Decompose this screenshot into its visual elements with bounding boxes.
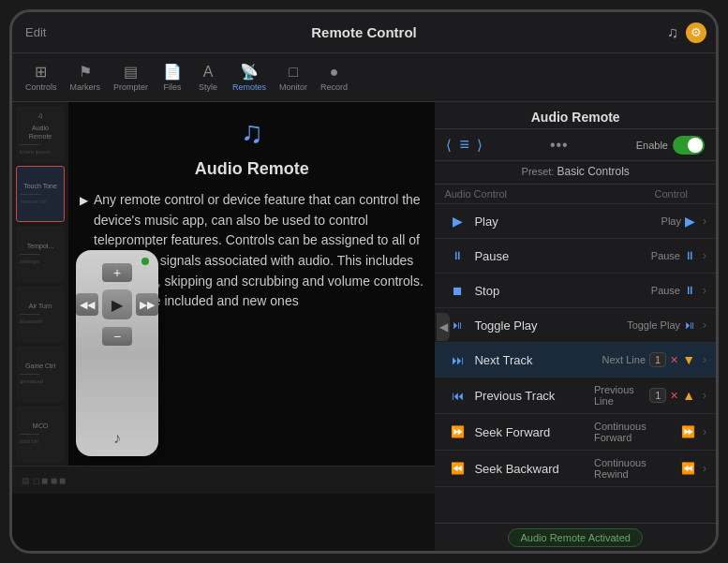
toggle-play-control-area: Toggle Play ⏯ › <box>594 319 706 332</box>
doc-main-title: Audio Remote <box>80 159 423 179</box>
stop-row-icon: ⏹ <box>444 280 470 301</box>
record-icon: ● <box>330 64 339 81</box>
enable-toggle-switch[interactable] <box>673 136 705 155</box>
remote-minus-button[interactable]: − <box>102 327 132 346</box>
seek-backward-control-label: Continuous Rewind <box>594 457 677 480</box>
doc-title-area: ♫ Audio Remote <box>80 111 423 179</box>
device-frame: Edit Remote Control ♫ ⚙ ⊞ Controls ⚑ Mar… <box>9 9 719 554</box>
control-row-previous-track[interactable]: ⏮ Previous Track Previous Line 1 ✕ ▲ › <box>435 378 716 414</box>
stop-chevron-icon: › <box>703 284 706 297</box>
toolbar-controls[interactable]: ⊞ Controls <box>20 59 63 96</box>
music-note-icon: ♫ <box>667 24 678 41</box>
previous-track-x-badge[interactable]: ✕ <box>670 390 678 402</box>
doc-main: ♫ Audio Remote ▶ Any remote control or d… <box>68 102 435 466</box>
files-icon: 📄 <box>163 63 182 81</box>
remote-widget: + ◀◀ ▶ ▶▶ − ♪ <box>76 250 158 456</box>
play-control-icon: ▶ <box>685 214 695 229</box>
next-track-chevron-icon: › <box>703 353 706 366</box>
toolbar-files[interactable]: 📄 Files <box>156 59 189 96</box>
column-headers: Audio Control Control <box>435 185 716 204</box>
audio-remote-logo-icon: ♫ <box>241 115 263 150</box>
next-track-control-label: Next Line <box>602 354 646 365</box>
previous-track-num-badge: 1 <box>649 388 666 403</box>
stop-control-area: Pause ⏸ › <box>594 284 706 297</box>
remote-status-dot <box>141 258 149 265</box>
toolbar-monitor[interactable]: □ Monitor <box>274 60 313 96</box>
remote-plus-button[interactable]: + <box>102 263 132 282</box>
preset-value: Basic Controls <box>557 165 629 178</box>
bottom-bar-info: ▤ ◻ ◼ ◼ ◼ <box>22 476 66 485</box>
control-row-stop[interactable]: ⏹ Stop Pause ⏸ › <box>435 274 716 308</box>
app-title: Remote Control <box>311 24 417 40</box>
previous-track-control-label: Previous Line <box>594 384 646 407</box>
control-list: ▶ Play Play ▶ › ⏸ Pause Pause ⏸ › <box>435 204 716 523</box>
control-row-seek-forward[interactable]: ⏩ Seek Forward Continuous Forward ⏩ › <box>435 414 716 451</box>
next-track-control-area: Next Line 1 ✕ ▼ › <box>594 352 706 367</box>
remote-transport-row: ◀◀ ▶ ▶▶ <box>76 289 158 319</box>
remote-rewind-button[interactable]: ◀◀ <box>76 293 98 316</box>
main-content: ♫ Audio Remote ───── lorem ipsum Touch T… <box>12 102 716 551</box>
remote-play-button[interactable]: ▶ <box>102 289 132 319</box>
pause-row-icon: ⏸ <box>444 245 470 266</box>
seek-backward-row-icon: ⏪ <box>444 458 470 479</box>
controls-icon: ⊞ <box>35 63 47 81</box>
toolbar-prompter[interactable]: ▤ Prompter <box>108 59 154 96</box>
col-header-audio: Audio Control <box>444 188 594 200</box>
gear-icon[interactable]: ⚙ <box>686 22 706 43</box>
seek-forward-control-area: Continuous Forward ⏩ › <box>594 421 706 443</box>
toolbar-remotes[interactable]: 📡 Remotes <box>227 59 272 96</box>
thumb-item-6[interactable]: MCO ───── midi ctrl <box>16 406 65 462</box>
preset-bar: Preset: Basic Controls <box>435 161 716 185</box>
seek-forward-control-label: Continuous Forward <box>594 421 677 443</box>
remotes-icon: 📡 <box>240 63 259 81</box>
col-header-control: Control <box>594 188 706 200</box>
play-control-label: Play <box>661 215 681 227</box>
thumb-item-1[interactable]: ♫ Audio Remote ───── lorem ipsum <box>16 106 65 162</box>
right-panel: Audio Remote ⟨ ≡ ⟩ ••• Enable Preset <box>435 102 716 551</box>
toggle-play-control-icon: ⏯ <box>684 319 695 332</box>
toolbar-markers[interactable]: ⚑ Markers <box>65 59 107 96</box>
next-track-row-icon: ⏭ <box>444 349 470 370</box>
control-row-next-track[interactable]: ⏭ Next Track Next Line 1 ✕ ▼ › <box>435 343 716 378</box>
control-row-toggle-play[interactable]: ⏯ Toggle Play Toggle Play ⏯ › <box>435 308 716 343</box>
toolbar: ⊞ Controls ⚑ Markers ▤ Prompter 📄 Files … <box>12 53 716 102</box>
monitor-icon: □ <box>289 64 298 81</box>
toggle-knob <box>688 138 703 153</box>
panel-collapse-button[interactable]: ◀ <box>437 313 450 341</box>
previous-track-chevron-icon: › <box>703 389 706 402</box>
next-track-x-badge[interactable]: ✕ <box>670 354 678 366</box>
toggle-play-control-label: Toggle Play <box>627 319 680 331</box>
markers-icon: ⚑ <box>79 63 92 81</box>
seek-backward-row-label: Seek Backward <box>470 462 594 476</box>
play-row-label: Play <box>470 215 594 229</box>
toggle-play-chevron-icon: › <box>703 319 706 332</box>
thumb-item-3[interactable]: Tempol... ───── settings <box>16 226 65 282</box>
remote-music-icon: ♪ <box>113 430 121 447</box>
thumb-item-2[interactable]: Touch Tone ───── remote ctrl <box>16 166 65 222</box>
next-track-num-badge: 1 <box>649 352 666 367</box>
control-row-pause[interactable]: ⏸ Pause Pause ⏸ › <box>435 239 716 274</box>
minus-icon: − <box>113 329 121 344</box>
seek-backward-control-area: Continuous Rewind ⏪ › <box>594 457 706 480</box>
right-panel-title: Audio Remote <box>435 102 716 129</box>
control-row-play[interactable]: ▶ Play Play ▶ › <box>435 204 716 239</box>
edit-label[interactable]: Edit <box>25 25 46 39</box>
previous-track-row-label: Previous Track <box>470 389 594 403</box>
rp-back-icon[interactable]: ⟨ <box>446 137 452 154</box>
pause-row-label: Pause <box>470 249 594 263</box>
thumb-item-4[interactable]: Air Turn ───── bluetooth <box>16 286 65 342</box>
toolbar-record[interactable]: ● Record <box>315 60 353 96</box>
doc-content-area: ♫ Audio Remote ───── lorem ipsum Touch T… <box>12 102 435 466</box>
toolbar-style[interactable]: A Style <box>191 60 225 96</box>
control-row-seek-backward[interactable]: ⏪ Seek Backward Continuous Rewind ⏪ › <box>435 451 716 487</box>
seek-backward-chevron-icon: › <box>703 462 706 475</box>
rp-forward-icon[interactable]: ⟩ <box>477 137 483 154</box>
remote-fastforward-button[interactable]: ▶▶ <box>136 293 158 316</box>
thumbnail-sidebar: ♫ Audio Remote ───── lorem ipsum Touch T… <box>12 102 68 466</box>
left-arrow-icon: ◀ <box>439 320 448 333</box>
play-row-icon: ▶ <box>444 211 470 231</box>
rp-more-options[interactable]: ••• <box>550 137 569 154</box>
rp-menu-icon[interactable]: ≡ <box>459 135 469 155</box>
thumb-item-5[interactable]: Game Ctrl ───── gamepad <box>16 346 65 402</box>
top-bar: Edit Remote Control ♫ ⚙ <box>12 12 716 53</box>
